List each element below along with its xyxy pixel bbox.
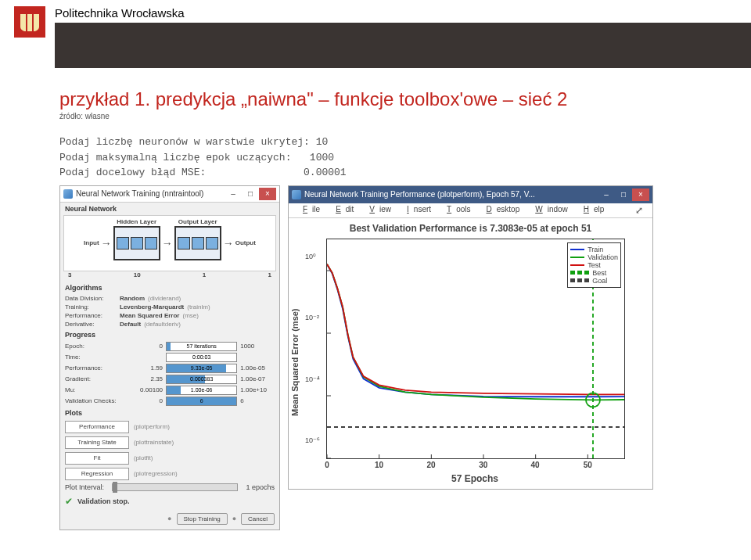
header-dark-band xyxy=(55,23,751,68)
menu-insert[interactable]: Insert xyxy=(397,205,436,216)
y-axis-label: Mean Squared Error (mse) xyxy=(289,235,301,489)
check-icon: ✔ xyxy=(65,496,73,507)
window-title: Neural Network Training (nntraintool) xyxy=(76,189,225,198)
window-title: Neural Network Training Performance (plo… xyxy=(304,190,598,199)
hidden-layer-box: Hidden Layer xyxy=(113,226,160,260)
chart-legend: Train Validation Test Best Goal xyxy=(567,242,621,288)
menu-help[interactable]: Help xyxy=(574,205,609,216)
app-icon xyxy=(63,189,73,199)
fit-button[interactable]: Fit xyxy=(65,452,129,465)
status-text: Validation stop. xyxy=(77,497,130,505)
output-layer-box: Output Layer xyxy=(174,226,221,260)
undock-icon[interactable]: ⤢ xyxy=(631,205,648,216)
plotperform-window: Neural Network Training Performance (plo… xyxy=(288,185,653,490)
stop-training-button[interactable]: Stop Training xyxy=(177,513,228,525)
menu-file[interactable]: File xyxy=(293,205,325,216)
app-icon xyxy=(292,190,301,199)
performance-button[interactable]: Performance xyxy=(65,421,129,433)
menu-desktop[interactable]: Desktop xyxy=(477,205,525,216)
slide-title: przykład 1. predykcja „naiwna" – funkcje… xyxy=(59,88,751,110)
regression-button[interactable]: Regression xyxy=(65,468,129,480)
maximize-button[interactable]: □ xyxy=(242,188,259,200)
plot-area: Train Validation Test Best Goal 10⁰ 10⁻²… xyxy=(326,239,625,459)
section-progress: Progress xyxy=(60,328,279,341)
menu-edit[interactable]: Edit xyxy=(326,205,358,216)
section-algorithms: Algorithms xyxy=(60,282,279,294)
university-logo xyxy=(14,6,45,38)
screenshots-row: Neural Network Training (nntraintool) – … xyxy=(59,185,751,530)
section-neural-network: Neural Network xyxy=(60,203,279,215)
minimize-button[interactable]: – xyxy=(598,188,615,201)
slide-title-block: przykład 1. predykcja „naiwna" – funkcje… xyxy=(0,68,751,135)
menu-window[interactable]: Window xyxy=(526,205,573,216)
close-button[interactable]: × xyxy=(259,188,276,200)
close-button[interactable]: × xyxy=(632,188,649,201)
slide-header: Politechnika Wrocławska xyxy=(0,0,751,68)
chart-title: Best Validation Performance is 7.3083e-0… xyxy=(289,218,652,235)
menu-tools[interactable]: Tools xyxy=(437,205,475,216)
institution-name: Politechnika Wrocławska xyxy=(55,6,751,20)
maximize-button[interactable]: □ xyxy=(615,188,632,201)
svg-rect-1 xyxy=(27,14,32,31)
cancel-button[interactable]: Cancel xyxy=(241,513,275,525)
minimize-button[interactable]: – xyxy=(225,188,242,200)
menu-view[interactable]: View xyxy=(360,205,396,216)
nntraintool-window: Neural Network Training (nntraintool) – … xyxy=(59,185,280,530)
training-state-button[interactable]: Training State xyxy=(65,436,129,449)
network-diagram: Input → Hidden Layer → Output Layer → Ou… xyxy=(63,215,276,271)
console-prompts: Podaj liczbę neuronów w warstwie ukrytej… xyxy=(59,135,751,181)
slide-subtitle: źródło: własne xyxy=(59,112,751,120)
x-axis-label: 57 Epochs xyxy=(325,459,625,489)
plot-interval-slider[interactable] xyxy=(112,483,238,491)
section-plots: Plots xyxy=(60,407,279,419)
menu-bar: File Edit View Insert Tools Desktop Wind… xyxy=(289,203,652,218)
